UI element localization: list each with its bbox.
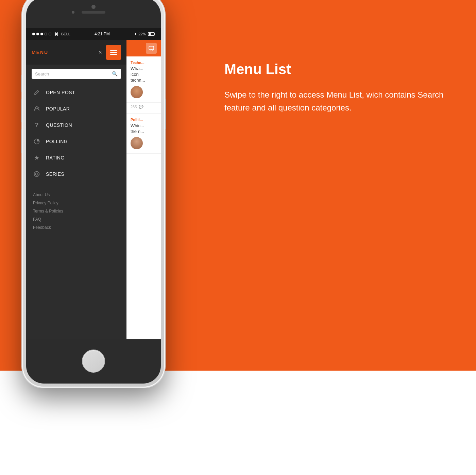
avatar-1 [131,86,143,98]
question-icon: ? [33,121,40,129]
series-icon [33,170,40,178]
wifi-icon: ⌘ [54,32,58,37]
count-badge: 235 [131,105,137,109]
clock: 4:21 PM [95,32,110,36]
open-post-icon [33,89,40,96]
faq-link[interactable]: FAQ [33,215,120,223]
speaker-grille [82,11,105,14]
menu-title: MENU [32,50,48,55]
signal-dot-1 [32,33,35,35]
message-icon-btn[interactable] [146,43,157,54]
menu-footer: About Us Privacy Policy Terms & Policies… [26,188,126,237]
menu-divider [32,185,121,185]
hamburger-line-1 [110,50,117,51]
menu-item-question[interactable]: ? QUESTION [26,117,126,133]
bluetooth-icon: ✦ [134,32,137,36]
menu-item-polling[interactable]: POLLING [26,133,126,150]
carrier-label: BELL [61,32,70,36]
camera-dot [72,11,74,14]
series-label: SERIES [46,171,64,177]
rating-icon: ★ [33,154,40,162]
open-post-label: OPEN POST [46,90,75,95]
signal-indicators: ⌘ BELL [32,32,70,37]
category-1: Techn... [131,61,157,65]
hamburger-button[interactable] [106,45,121,60]
battery-area: ✦ 22% [134,32,155,36]
about-us-link[interactable]: About Us [33,191,120,199]
hamburger-line-3 [110,54,117,55]
menu-header: MENU × [26,40,126,65]
content-header [126,40,161,56]
content-panel: Techn... Wha...icontechn... 235 💬 [126,40,161,339]
title-1: Wha...icontechn... [131,66,157,83]
popular-label: POPULAR [46,106,70,112]
avatar-2 [131,137,143,149]
status-bar: ⌘ BELL 4:21 PM ✦ 22% [26,28,161,40]
popular-icon [33,105,40,113]
title-2: Whic...the n... [131,123,157,135]
menu-items-list: OPEN POST POPULAR [26,83,126,339]
search-placeholder: Search [35,71,109,77]
close-button[interactable]: × [98,49,102,55]
category-2: Politi... [131,118,157,122]
search-icon: 🔍 [112,71,118,77]
question-label: QUESTION [46,122,72,128]
menu-panel: MENU × Se [26,40,126,339]
search-box[interactable]: Search 🔍 [32,69,121,79]
white-bottom-panel [197,371,476,475]
front-camera [91,5,96,9]
count-icon: 💬 [139,105,143,109]
signal-dot-2 [36,33,39,35]
battery-icon [148,32,155,36]
polling-label: POLLING [46,139,68,144]
menu-item-popular[interactable]: POPULAR [26,101,126,117]
content-item-2: Politi... Whic...the n... [126,114,161,154]
signal-dot-5 [49,33,51,35]
home-button[interactable] [82,350,105,373]
signal-dot-3 [40,33,43,35]
menu-item-open-post[interactable]: OPEN POST [26,84,126,101]
svg-point-3 [36,173,38,175]
feedback-link[interactable]: Feedback [33,223,120,232]
rating-label: RATING [46,155,65,160]
svg-rect-6 [149,46,154,50]
menu-item-series[interactable]: SERIES [26,166,126,182]
info-panel: Menu List Swipe to the right to access M… [197,0,476,371]
terms-link[interactable]: Terms & Policies [33,207,120,215]
content-item-1: Techn... Wha...icontechn... [126,56,161,103]
battery-percent: 22% [138,32,146,36]
hamburger-line-2 [110,52,117,53]
signal-dot-4 [45,33,47,35]
privacy-policy-link[interactable]: Privacy Policy [33,199,120,207]
menu-item-rating[interactable]: ★ RATING [26,150,126,166]
polling-icon [33,138,40,145]
panel-title: Menu List [224,61,449,78]
panel-description: Swipe to the right to access Menu List, … [224,88,449,115]
content-item-separator: 235 💬 [126,103,161,114]
